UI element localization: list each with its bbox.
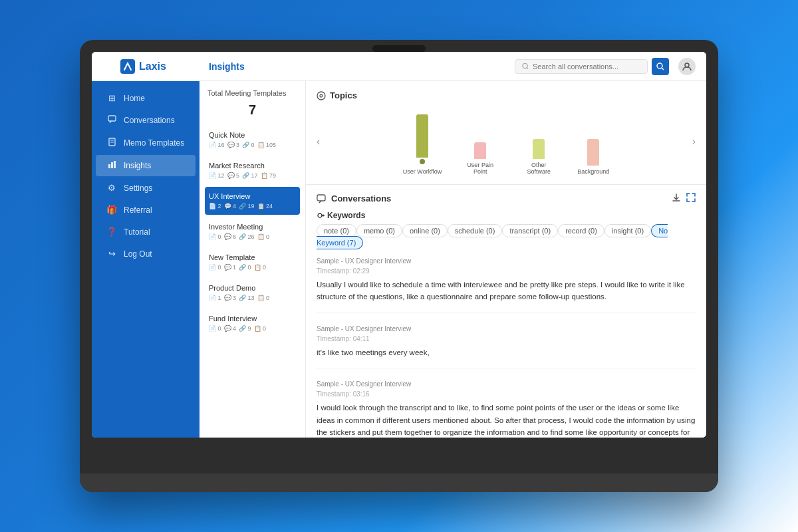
stat-ux-interview-0: 📄 2 xyxy=(209,203,221,209)
sidebar-item-settings[interactable]: ⚙ Settings xyxy=(96,178,196,198)
app-name: Laxis xyxy=(139,61,166,72)
sidebar-item-memo-templates[interactable]: Memo Templates xyxy=(96,132,196,154)
sidebar-item-logout[interactable]: ↪ Log Out xyxy=(96,243,196,264)
bar-container-3 xyxy=(587,119,599,166)
keyword-tag-record[interactable]: record (0) xyxy=(558,224,604,237)
keywords-label: Keywords xyxy=(317,211,365,220)
template-item-fund-interview[interactable]: Fund Interview 📄 0💬 4🔗 9📋 0 xyxy=(205,309,300,337)
conv-timestamp-0: Timestamp: 02:29 xyxy=(317,267,696,275)
template-name-quick-note: Quick Note xyxy=(209,131,296,139)
stat-new-template-3: 📋 0 xyxy=(254,264,267,271)
stat-market-research-3: 📋 79 xyxy=(261,172,277,179)
conversations-list: Sample - UX Designer Interview Timestamp… xyxy=(317,257,696,438)
keyword-tag-schedule[interactable]: schedule (0) xyxy=(448,224,503,237)
template-stats-new-template: 📄 0💬 1🔗 0📋 0 xyxy=(209,264,296,271)
sidebar-label-memo: Memo Templates xyxy=(124,138,184,148)
search-icon xyxy=(522,63,529,70)
template-item-new-template[interactable]: New Template 📄 0💬 1🔗 0📋 0 xyxy=(205,248,300,276)
template-name-market-research: Market Research xyxy=(209,162,296,170)
conv-source-1: Sample - UX Designer Interview xyxy=(317,325,696,332)
template-item-investor-meeting[interactable]: Investor Meeting 📄 0💬 6🔗 26📋 0 xyxy=(205,217,300,245)
stat-investor-meeting-2: 🔗 26 xyxy=(239,233,255,240)
template-item-quick-note[interactable]: Quick Note 📄 16💬 3🔗 0📋 105 xyxy=(205,126,300,154)
sidebar-label-logout: Log Out xyxy=(124,249,152,259)
bar-container-1 xyxy=(474,112,486,159)
topics-header: Topics xyxy=(317,90,696,100)
download-button[interactable] xyxy=(672,193,681,204)
keyword-tag-transcript[interactable]: transcript (0) xyxy=(502,224,558,237)
bar-1 xyxy=(474,142,486,159)
keyword-tag-note[interactable]: note (0) xyxy=(317,224,356,237)
stat-fund-interview-1: 💬 4 xyxy=(224,325,237,332)
stat-new-template-2: 🔗 0 xyxy=(239,264,251,271)
bar-label-3: Background xyxy=(577,168,609,175)
conversation-entry-2: Sample - UX Designer Interview Timestamp… xyxy=(317,380,696,438)
keywords-row: Keywords note (0)memo (0)online (0)sched… xyxy=(317,211,696,248)
bar-group-2: Other Software xyxy=(519,112,559,175)
sidebar-item-tutorial[interactable]: ❓ Tutorial xyxy=(96,221,196,242)
stat-investor-meeting-0: 📄 0 xyxy=(209,233,221,240)
user-avatar[interactable] xyxy=(678,58,696,75)
chart-next-btn[interactable]: › xyxy=(692,136,696,148)
template-item-ux-interview[interactable]: UX Interview 📄 2💬 4🔗 19📋 24 xyxy=(205,187,300,215)
stat-product-demo-0: 📄 1 xyxy=(209,295,221,301)
sidebar-label-settings: Settings xyxy=(124,184,152,193)
conversations-section-icon xyxy=(317,194,326,203)
stat-market-research-0: 📄 12 xyxy=(209,172,225,179)
bar-label-1: User Pain Point xyxy=(460,162,500,175)
bar-0 xyxy=(416,114,428,158)
sidebar: ⊞ Home Conversations Memo Templates xyxy=(92,81,200,438)
referral-icon: 🎁 xyxy=(106,205,117,215)
stat-new-template-1: 💬 1 xyxy=(224,264,237,271)
conv-timestamp-2: Timestamp: 03:16 xyxy=(317,390,696,398)
search-button[interactable] xyxy=(652,58,669,75)
template-name-investor-meeting: Investor Meeting xyxy=(209,223,296,231)
memo-icon xyxy=(106,138,117,148)
sidebar-item-conversations[interactable]: Conversations xyxy=(96,110,196,131)
template-stats-market-research: 📄 12💬 5🔗 17📋 79 xyxy=(209,172,296,179)
search-input-wrap[interactable] xyxy=(515,59,648,74)
sidebar-item-insights[interactable]: Insights xyxy=(96,155,196,176)
expand-button[interactable] xyxy=(686,193,696,204)
avatar-icon xyxy=(682,62,692,71)
logo-icon xyxy=(120,59,135,74)
template-name-ux-interview: UX Interview xyxy=(209,192,296,200)
search-input[interactable] xyxy=(533,63,640,70)
sidebar-item-referral[interactable]: 🎁 Referral xyxy=(96,200,196,220)
bar-container-0 xyxy=(416,119,428,166)
template-item-market-research[interactable]: Market Research 📄 12💬 5🔗 17📋 79 xyxy=(205,156,300,184)
conversations-icon xyxy=(106,115,117,126)
stat-quick-note-2: 🔗 0 xyxy=(242,142,255,148)
conv-source-0: Sample - UX Designer Interview xyxy=(317,257,696,265)
topics-section: Topics ‹ User Workflow User Pain Point xyxy=(306,81,706,185)
menu-icon[interactable]: ☰ xyxy=(102,61,111,72)
chart-prev-btn[interactable]: ‹ xyxy=(317,136,320,148)
stat-market-research-1: 💬 5 xyxy=(227,172,240,179)
stat-fund-interview-3: 📋 0 xyxy=(254,325,267,332)
topics-label: Topics xyxy=(330,90,357,100)
keyword-tag-insight[interactable]: insight (0) xyxy=(604,224,651,237)
template-stats-fund-interview: 📄 0💬 4🔗 9📋 0 xyxy=(209,325,296,332)
stat-product-demo-3: 📋 0 xyxy=(257,295,270,301)
template-name-fund-interview: Fund Interview xyxy=(209,315,296,323)
bar-2 xyxy=(533,139,545,159)
keyword-tag-memo[interactable]: memo (0) xyxy=(356,224,402,237)
template-stats-product-demo: 📄 1💬 3🔗 13📋 0 xyxy=(209,295,296,301)
keyword-tag-online[interactable]: online (0) xyxy=(402,224,448,237)
stat-ux-interview-1: 💬 4 xyxy=(224,203,237,209)
sidebar-label-insights: Insights xyxy=(124,161,151,170)
svg-point-13 xyxy=(320,94,323,97)
sidebar-item-home[interactable]: ⊞ Home xyxy=(96,88,196,108)
svg-rect-10 xyxy=(111,162,113,168)
conv-text-1: it's like two meetings every week, xyxy=(317,346,696,358)
stat-quick-note-0: 📄 16 xyxy=(209,142,225,148)
stat-quick-note-3: 📋 105 xyxy=(257,142,277,148)
conv-source-2: Sample - UX Designer Interview xyxy=(317,380,696,388)
svg-point-0 xyxy=(523,63,527,68)
template-item-product-demo[interactable]: Product Demo 📄 1💬 3🔗 13📋 0 xyxy=(205,279,300,307)
svg-rect-11 xyxy=(114,161,116,168)
home-icon: ⊞ xyxy=(106,93,117,103)
svg-point-2 xyxy=(657,63,662,68)
bar-label-2: Other Software xyxy=(519,162,559,175)
conversations-section-label: Conversations xyxy=(331,194,391,203)
